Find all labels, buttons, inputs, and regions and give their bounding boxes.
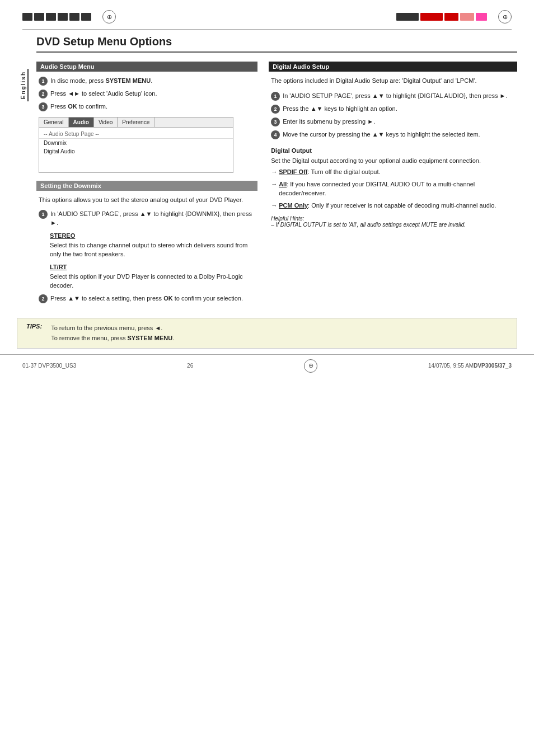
sidebar: English [17,35,31,307]
arrow-icon-1: → [271,167,277,177]
digital-step-2: 2 Press the ▲▼ keys to highlight an opti… [271,104,515,114]
bar-seg-6 [81,13,91,21]
step-num-2: 2 [39,90,48,98]
menu-item-downmix: Downmix [39,139,233,147]
ok-bold-2: OK [163,295,173,302]
digital-audio-header: Digital Audio Setup [269,62,517,72]
bar-seg-5 [69,13,79,21]
stereo-subsection: STEREO Select this to change channel out… [50,232,255,259]
pcm-item: → PCM Only: Only if your receiver is not… [271,201,515,210]
helpful-hints: Helpful Hints: – If DIGITAL OUTPUT is se… [271,215,515,228]
digital-audio-body: The options included in Digital Audio Se… [269,76,517,228]
spdif-text: SPDIF Off: Turn off the digital output. [279,167,380,177]
audio-setup-body: 1 In disc mode, press SYSTEM MENU. 2 Pre… [36,76,257,173]
tips-label: TIPS: [26,323,42,344]
downmix-step-2: 2 Press ▲▼ to select a setting, then pre… [39,294,255,303]
step-text-2: Press ◄► to select 'Audio Setup' icon. [50,89,157,98]
ltrt-subsection: LT/RT Select this option if your DVD Pla… [50,264,255,290]
helpful-hints-label: Helpful Hints: [271,215,515,222]
ltrt-label: LT/RT [50,264,255,270]
system-menu-bold-tips: SYSTEM MENU [127,335,172,341]
bar-seg-r3 [444,13,458,21]
file-ref-left: 01-37 DVP3500_US3 [22,363,76,369]
two-col-layout: Audio Setup Menu 1 In disc mode, press S… [36,62,517,307]
bottom-info: 01-37 DVP3500_US3 26 ⊕ 14/07/05, 9:55 AM… [0,354,534,377]
menu-table: General Audio Video Preference -- Audio … [39,117,233,173]
digital-step-3: 3 Enter its submenu by pressing ►. [271,117,515,126]
right-bar-group [396,13,487,21]
menu-table-header: General Audio Video Preference [39,118,233,128]
file-ref-right: DVP3005/37_3 [474,363,512,369]
step-num-3: 3 [39,102,48,111]
digital-step-text-4: Move the cursor by pressing the ▲▼ keys … [283,130,480,139]
bar-seg-2 [34,13,44,21]
compass-bottom-left: ⊕ [304,359,317,373]
page-title: DVD Setup Menu Options [36,35,517,53]
menu-row-label: -- Audio Setup Page -- [39,130,233,139]
menu-tab-general: General [39,118,69,127]
step-num-1: 1 [39,77,48,86]
arrow-icon-3: → [271,201,277,210]
file-date-right: 14/07/05, 9:55 AMDVP3005/37_3 [428,363,512,369]
bar-seg-r1 [396,13,419,21]
content-body: DVD Setup Menu Options Audio Setup Menu … [31,35,517,307]
file-date-text: 14/07/05, 9:55 AM [428,363,474,369]
downmix-step-text-2: Press ▲▼ to select a setting, then press… [50,294,243,303]
bar-seg-r4 [460,13,474,21]
page-number-center: 26 [187,363,193,369]
compass-icon-left: ⊕ [102,10,116,24]
downmix-step-num-1: 1 [39,210,48,219]
bar-seg-4 [58,13,68,21]
downmix-step-num-2: 2 [39,294,48,303]
downmix-intro: This options allows you to set the stere… [39,195,255,205]
bar-seg-1 [22,13,32,21]
audio-step-2: 2 Press ◄► to select 'Audio Setup' icon. [39,89,255,98]
system-menu-bold-1: SYSTEM MENU [105,77,151,84]
digital-step-text-2: Press the ▲▼ keys to highlight an option… [283,104,397,114]
downmix-section: Setting the Downmix This options allows … [36,181,257,303]
downmix-body: This options allows you to set the stere… [36,195,257,303]
ltrt-text: Select this option if your DVD Player is… [50,272,255,290]
digital-step-num-2: 2 [271,105,280,114]
top-divider [22,29,512,30]
audio-step-1: 1 In disc mode, press SYSTEM MENU. [39,76,255,86]
menu-tab-preference: Preference [118,118,154,127]
pcm-text: PCM Only: Only if your receiver is not c… [279,201,496,210]
left-column: Audio Setup Menu 1 In disc mode, press S… [36,62,257,307]
bar-seg-r2 [420,13,443,21]
stereo-label: STEREO [50,232,255,239]
left-bar-group [22,13,91,21]
digital-step-text-1: In 'AUDIO SETUP PAGE', press ▲▼ to highl… [283,91,507,101]
all-text: All: If you have connected your DIGITAL … [279,180,515,198]
downmix-header: Setting the Downmix [36,181,257,191]
pcm-label: PCM Only [279,202,308,209]
tips-content: To return to the previous menu, press ◄.… [51,323,174,344]
compass-icon-right: ⊕ [498,10,512,24]
helpful-hints-text: – If DIGITAL OUTPUT is set to 'All', all… [271,222,515,228]
digital-step-num-3: 3 [271,118,280,126]
digital-step-1: 1 In 'AUDIO SETUP PAGE', press ▲▼ to hig… [271,91,515,101]
digital-output-intro: Set the Digital output according to your… [271,156,515,166]
tips-bar: TIPS: To return to the previous menu, pr… [17,318,517,349]
bar-seg-r5 [476,13,487,21]
menu-tab-video: Video [94,118,118,127]
main-content: English DVD Setup Menu Options Audio Set… [0,35,534,307]
step-text-3: Press OK to confirm. [50,102,107,111]
page-wrapper: ⊕ ⊕ English DVD Setup Menu Options [0,0,534,756]
digital-step-text-3: Enter its submenu by pressing ►. [283,117,375,126]
downmix-step-text-1: In 'AUDIO SETUP PAGE', press ▲▼ to highl… [50,209,255,228]
digital-step-4: 4 Move the cursor by pressing the ▲▼ key… [271,130,515,139]
step-text-1: In disc mode, press SYSTEM MENU. [50,76,152,86]
digital-step-num-4: 4 [271,130,280,139]
arrow-icon-2: → [271,180,277,189]
spdif-item: → SPDIF Off: Turn off the digital output… [271,167,515,177]
menu-tab-audio: Audio [69,118,94,127]
stereo-text: Select this to change channel output to … [50,241,255,259]
all-label: All [279,181,287,187]
spdif-label: SPDIF Off [279,168,307,175]
ok-bold-1: OK [68,103,77,110]
digital-audio-intro: The options included in Digital Audio Se… [271,76,515,86]
sidebar-language-label: English [19,69,29,101]
digital-step-num-1: 1 [271,92,280,101]
compass-icon-bottom: ⊕ [304,359,317,373]
